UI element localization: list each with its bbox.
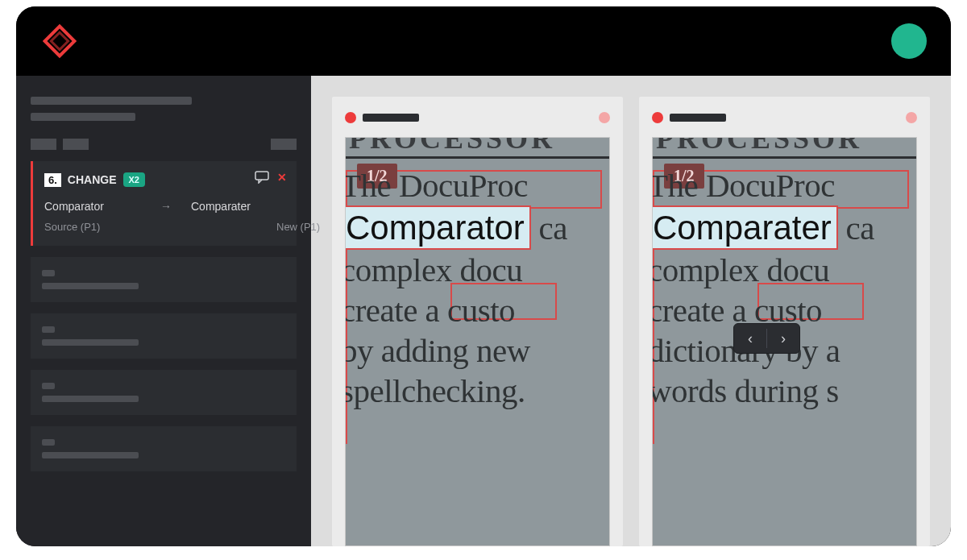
user-avatar[interactable]	[891, 23, 927, 59]
pane-label	[670, 114, 726, 122]
diff-card-selected[interactable]: 6. CHANGE X2 ✕ Comparator →	[31, 161, 297, 246]
diff-sidebar: 6. CHANGE X2 ✕ Comparator →	[16, 76, 311, 546]
new-pane: PROCESSOR 1/2 The DocuProc Comparater ca…	[639, 97, 930, 546]
diff-type-label: CHANGE	[68, 173, 117, 186]
diff-list-item[interactable]	[31, 313, 297, 359]
comparison-viewport: PROCESSOR 1/2 The DocuProc Comparator ca…	[311, 76, 951, 546]
diff-count-badge: X2	[123, 172, 145, 187]
sidebar-tabs	[31, 139, 297, 150]
sidebar-title	[31, 97, 297, 121]
app-window: 6. CHANGE X2 ✕ Comparator →	[16, 6, 951, 546]
highlighted-word: Comparator	[345, 205, 531, 250]
new-word: Comparater	[191, 200, 251, 213]
next-diff-button[interactable]: ›	[767, 324, 799, 353]
diff-number: 6.	[44, 173, 61, 187]
source-word: Comparator	[44, 200, 141, 213]
prev-diff-button[interactable]: ‹	[734, 324, 766, 353]
close-icon[interactable]: ✕	[277, 171, 287, 184]
diff-list-item[interactable]	[31, 370, 297, 415]
arrow-right-icon: →	[160, 200, 172, 213]
sidebar-tab[interactable]	[31, 139, 56, 150]
diff-list-item[interactable]	[31, 426, 297, 471]
source-pane: PROCESSOR 1/2 The DocuProc Comparator ca…	[332, 97, 623, 546]
pane-label	[363, 114, 419, 122]
sidebar-tab[interactable]	[271, 139, 297, 150]
diff-list-item[interactable]	[31, 257, 297, 302]
pane-status-icon	[345, 112, 356, 123]
comment-icon[interactable]	[255, 171, 269, 184]
svg-rect-0	[255, 172, 268, 180]
source-meta: Source (P1)	[44, 221, 141, 233]
pane-secondary-icon	[906, 112, 917, 123]
app-logo-icon	[40, 22, 79, 60]
source-document[interactable]: PROCESSOR 1/2 The DocuProc Comparator ca…	[345, 137, 610, 546]
pane-secondary-icon	[599, 112, 610, 123]
topbar	[16, 6, 951, 76]
highlighted-word: Comparater	[652, 205, 838, 250]
diff-nav-control: ‹ ›	[733, 323, 800, 354]
sidebar-tab[interactable]	[63, 139, 89, 150]
new-document[interactable]: PROCESSOR 1/2 The DocuProc Comparater ca…	[652, 137, 917, 546]
pane-status-icon	[652, 112, 663, 123]
